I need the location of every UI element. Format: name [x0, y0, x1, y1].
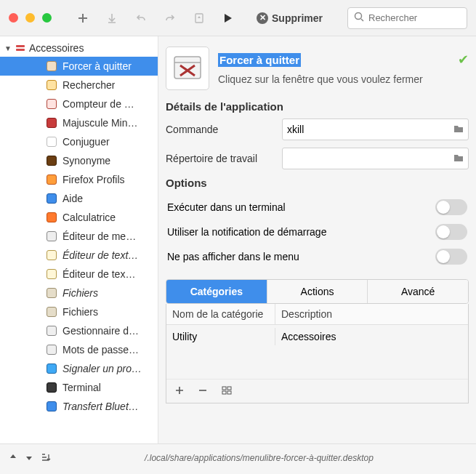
sidebar-item[interactable]: Éditeur de tex…	[0, 265, 158, 284]
category-name: Utility	[166, 328, 275, 345]
sidebar-item-label: Transfert Bluet…	[62, 401, 139, 412]
browse-command-icon[interactable]	[453, 124, 464, 135]
svg-rect-21	[47, 383, 57, 393]
sidebar-item[interactable]: Fichiers	[0, 302, 158, 321]
search-input[interactable]	[368, 12, 461, 23]
sidebar-item-label: Compteur de …	[62, 98, 134, 110]
tab-categories[interactable]: Catégories	[166, 280, 267, 303]
svg-rect-12	[47, 213, 57, 222]
sort-button[interactable]	[41, 452, 51, 464]
app-item-icon	[45, 154, 58, 167]
opt-hide-switch[interactable]	[435, 249, 467, 265]
details-panel: Forcer à quitter ✔ Cliquez sur la fenêtr…	[158, 36, 476, 443]
opt-notify-switch[interactable]	[435, 224, 467, 240]
opt-terminal-switch[interactable]	[435, 199, 467, 215]
sidebar-item[interactable]: Compteur de …	[0, 95, 158, 113]
cat-clear-button[interactable]	[222, 385, 232, 397]
close-circle-icon: ✕	[257, 12, 268, 24]
cat-col-desc[interactable]: Description	[275, 304, 338, 324]
run-button[interactable]	[217, 7, 239, 29]
browse-workdir-icon[interactable]	[453, 153, 464, 164]
app-item-icon	[45, 324, 58, 337]
svg-rect-8	[47, 137, 57, 147]
app-item-icon	[45, 362, 58, 375]
app-item-icon	[45, 173, 58, 186]
category-desc: Accessoires	[275, 328, 342, 345]
app-icon	[172, 52, 203, 84]
command-label: Commande	[166, 124, 282, 135]
delete-button[interactable]: ✕ Supprimer	[251, 9, 328, 27]
app-item-icon	[45, 135, 58, 148]
app-comment[interactable]: Cliquez sur la fenêtre que vous voulez f…	[218, 73, 469, 85]
sidebar-item[interactable]: Terminal	[0, 378, 158, 397]
command-field-wrap	[282, 118, 469, 140]
cat-add-button[interactable]	[175, 385, 184, 397]
app-icon-button[interactable]	[166, 47, 209, 90]
sidebar-item-label: Éditeur de me…	[62, 230, 136, 242]
undo-button[interactable]	[130, 7, 152, 29]
sidebar-item[interactable]: Fichiers	[0, 284, 158, 302]
confirm-icon[interactable]: ✔	[458, 52, 469, 68]
categories-table: Nom de la catégorie Description UtilityA…	[166, 304, 469, 403]
sidebar-item[interactable]: Forcer à quitter	[0, 57, 158, 76]
move-up-button[interactable]	[9, 452, 17, 464]
sidebar-item[interactable]: Gestionnaire d…	[0, 321, 158, 340]
sidebar-item[interactable]: Calculatrice	[0, 208, 158, 227]
sidebar-item[interactable]: Firefox Profils	[0, 170, 158, 189]
workdir-label: Répertoire de travail	[166, 153, 282, 164]
sidebar-item[interactable]: Signaler un pro…	[0, 359, 158, 378]
tree-header-label: Accessoires	[29, 42, 84, 54]
svg-rect-7	[47, 118, 57, 128]
section-options-title: Options	[166, 177, 469, 189]
sidebar-item[interactable]: Éditeur de text…	[0, 246, 158, 265]
sidebar-item[interactable]: Transfert Bluet…	[0, 397, 158, 416]
file-path: /.local/share/applications/menulibre-for…	[51, 453, 467, 463]
sidebar-item[interactable]: Rechercher	[0, 76, 158, 95]
app-item-icon	[45, 230, 58, 243]
sidebar-item[interactable]: Conjuguer	[0, 132, 158, 151]
sidebar-item[interactable]: Synonyme	[0, 151, 158, 170]
svg-rect-22	[47, 402, 57, 411]
section-details-title: Détails de l'application	[166, 100, 469, 113]
sidebar-item[interactable]: Majuscule Min…	[0, 113, 158, 132]
search-icon	[354, 12, 364, 25]
save-button[interactable]	[101, 7, 123, 29]
chevron-down-icon: ▼	[4, 44, 12, 52]
tree-header-accessoires[interactable]: ▼ Accessoires	[0, 41, 158, 57]
cat-remove-button[interactable]	[198, 385, 207, 397]
app-name[interactable]: Forcer à quitter	[218, 53, 301, 67]
app-item-icon	[45, 400, 58, 413]
sidebar-item-label: Calculatrice	[62, 212, 116, 223]
redo-button[interactable]	[159, 7, 181, 29]
svg-rect-9	[47, 156, 57, 166]
sidebar-item[interactable]: Mots de passe…	[0, 340, 158, 359]
tab-advanced[interactable]: Avancé	[368, 280, 468, 303]
add-button[interactable]	[72, 7, 94, 29]
sidebar-item-label: Éditeur de tex…	[62, 268, 135, 280]
tab-actions[interactable]: Actions	[267, 280, 368, 303]
sidebar-item[interactable]: Éditeur de me…	[0, 227, 158, 246]
workdir-input[interactable]	[287, 153, 453, 164]
sidebar-item-label: Signaler un pro…	[62, 363, 142, 374]
svg-rect-3	[16, 49, 25, 51]
sidebar-item-label: Rechercher	[62, 79, 115, 91]
sidebar-item[interactable]: Aide	[0, 189, 158, 208]
tabs: Catégories Actions Avancé	[166, 279, 469, 304]
app-item-icon	[45, 305, 58, 318]
category-row[interactable]: UtilityAccessoires	[166, 325, 468, 345]
workdir-field-wrap	[282, 148, 469, 169]
command-input[interactable]	[287, 124, 453, 135]
cat-col-name[interactable]: Nom de la catégorie	[166, 304, 275, 324]
svg-rect-10	[47, 175, 57, 185]
svg-rect-23	[174, 57, 201, 79]
svg-rect-20	[47, 364, 57, 374]
minimize-window-button[interactable]	[25, 13, 35, 23]
search-box[interactable]	[347, 7, 467, 29]
maximize-window-button[interactable]	[42, 13, 52, 23]
svg-rect-26	[222, 391, 226, 394]
revert-button[interactable]	[188, 7, 210, 29]
sidebar[interactable]: ▼ Accessoires Forcer à quitterRechercher…	[0, 36, 158, 443]
close-window-button[interactable]	[9, 13, 18, 23]
sidebar-item-label: Terminal	[62, 382, 101, 393]
move-down-button[interactable]	[25, 452, 33, 464]
